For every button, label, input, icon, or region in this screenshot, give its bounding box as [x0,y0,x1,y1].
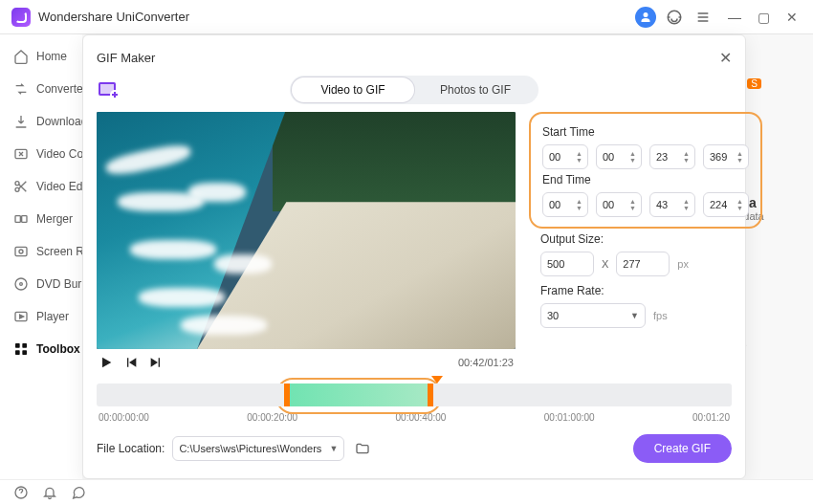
title-bar: Wondershare UniConverter — ▢ ✕ [0,0,813,34]
sidebar-label: Merger [36,212,73,226]
tick-label: 00:00:40:00 [396,412,447,423]
play-button[interactable] [99,355,114,370]
px-unit: px [677,258,689,270]
play-icon [13,309,29,324]
sidebar-item-downloader[interactable]: Downloader [0,105,82,138]
timeline-handle-start[interactable] [284,383,290,406]
output-width-input[interactable]: 500 [540,252,594,276]
timeline-track[interactable] [97,383,732,406]
sidebar-item-merger[interactable]: Merger [0,203,82,235]
start-time-label: Start Time [542,125,749,139]
minimize-button[interactable]: — [725,10,744,25]
end-seconds-input[interactable]: 43▲▼ [649,192,695,217]
svg-point-7 [19,250,23,253]
sidebar-item-editor[interactable]: Video Editor [0,170,82,203]
svg-rect-14 [22,350,27,355]
sidebar-label: Video Editor [36,180,82,193]
start-hours-input[interactable]: 00▲▼ [542,144,588,169]
fps-unit: fps [653,310,668,321]
sidebar-item-converter[interactable]: Converter [0,73,82,105]
sidebar-label: Home [36,50,67,63]
converter-icon [13,81,29,97]
sidebar-item-dvd[interactable]: DVD Burner [0,268,82,300]
time-range-group: Start Time 00▲▼ 00▲▼ 23▲▼ 369▲▼ End Time… [529,112,762,229]
svg-point-8 [15,278,27,290]
add-media-button[interactable] [97,78,120,101]
start-minutes-input[interactable]: 00▲▼ [596,144,642,169]
status-bar [0,479,813,504]
close-icon[interactable]: ✕ [719,49,732,67]
end-time-label: End Time [542,173,749,186]
sidebar-label: DVD Burner [36,277,82,291]
sidebar-label: Downloader [36,115,82,128]
video-preview[interactable] [97,112,516,349]
svg-rect-5 [22,216,27,223]
svg-rect-4 [15,216,20,223]
prev-frame-button[interactable] [123,355,139,370]
help-icon[interactable] [13,485,29,500]
chevron-down-icon: ▼ [576,157,583,164]
tick-label: 00:01:00:00 [544,412,595,423]
badge-icon: S [747,78,761,89]
support-icon[interactable] [662,5,687,30]
menu-icon[interactable] [691,5,715,30]
app-logo-icon [11,8,31,27]
end-ms-input[interactable]: 224▲▼ [703,192,749,217]
timeline-selection[interactable] [284,383,433,406]
record-icon [13,244,29,259]
end-minutes-input[interactable]: 00▲▼ [596,192,642,217]
playback-time: 00:42/01:23 [458,357,514,368]
chevron-down-icon: ▼ [630,311,639,320]
tick-label: 00:00:00:00 [99,412,149,423]
maximize-button[interactable]: ▢ [754,10,773,25]
svg-rect-12 [22,343,27,348]
video-player: 00:42/01:23 [97,112,516,376]
output-size-label: Output Size: [540,232,751,246]
start-ms-input[interactable]: 369▲▼ [703,144,749,169]
sidebar-item-home[interactable]: Home [0,40,82,73]
home-icon [13,49,29,64]
compress-icon [13,146,29,162]
chevron-up-icon: ▲ [576,150,583,157]
svg-rect-13 [15,350,20,355]
timeline[interactable]: 00:00:00:00 00:00:20:00 00:00:40:00 00:0… [97,383,732,423]
tick-label: 00:01:20 [692,412,730,423]
tab-video-to-gif[interactable]: Video to GIF [292,77,414,102]
timeline-handle-end[interactable] [428,383,433,406]
sidebar-item-recorder[interactable]: Screen Recorder [0,235,82,268]
timeline-ticks: 00:00:00:00 00:00:20:00 00:00:40:00 00:0… [97,412,732,423]
sidebar-label: Converter [36,82,82,96]
create-gif-button[interactable]: Create GIF [633,434,732,463]
tick-label: 00:00:20:00 [247,412,297,423]
svg-rect-11 [15,343,20,348]
download-icon [13,114,29,129]
next-frame-button[interactable] [148,355,164,370]
mode-segment: Video to GIF Photos to GIF [290,76,538,104]
sidebar-item-toolbox[interactable]: Toolbox [0,333,82,365]
notification-icon[interactable] [42,485,57,500]
account-avatar[interactable] [633,5,658,30]
sidebar-label: Video Compressor [36,147,82,161]
open-folder-button[interactable] [352,438,373,459]
close-window-button[interactable]: ✕ [782,10,802,25]
sidebar-label: Toolbox [36,342,80,356]
end-hours-input[interactable]: 00▲▼ [542,192,588,217]
start-seconds-input[interactable]: 23▲▼ [649,144,695,169]
sidebar: Home Converter Downloader Video Compress… [0,34,82,479]
merge-icon [13,211,29,227]
sidebar-item-compressor[interactable]: Video Compressor [0,138,82,170]
svg-point-9 [20,283,23,286]
modal-title: GIF Maker [97,51,155,65]
tab-photos-to-gif[interactable]: Photos to GIF [414,77,537,102]
dimension-separator: X [602,258,608,270]
file-location-select[interactable]: C:\Users\ws\Pictures\Wonders▼ [172,436,344,461]
frame-rate-select[interactable]: 30▼ [540,303,646,328]
output-height-input[interactable]: 277 [616,252,670,276]
chevron-down-icon: ▼ [329,444,338,453]
feedback-icon[interactable] [71,485,86,500]
sidebar-item-player[interactable]: Player [0,300,82,333]
playhead-icon[interactable] [431,376,443,383]
scissors-icon [13,179,29,194]
file-location-label: File Location: [97,442,165,455]
app-title: Wondershare UniConverter [38,10,189,24]
